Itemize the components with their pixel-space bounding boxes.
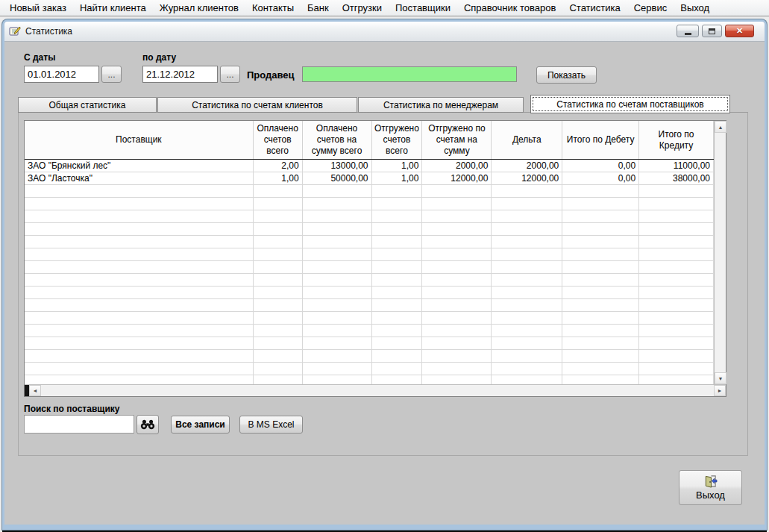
value-cell	[492, 312, 562, 325]
menu-item[interactable]: Банк	[301, 1, 336, 15]
supplier-cell	[25, 363, 254, 375]
horizontal-scrollbar[interactable]: ◄ ►	[25, 384, 726, 396]
supplier-cell	[25, 248, 254, 261]
maximize-icon	[709, 28, 715, 34]
table-row-empty	[25, 350, 714, 363]
scroll-right-icon[interactable]: ►	[714, 385, 726, 396]
value-cell	[492, 185, 562, 198]
statistics-window: Статистика ✕ С даты ... по дату ... Прод…	[2, 19, 767, 530]
hscroll-track[interactable]	[41, 385, 714, 396]
table-header-row: ПоставщикОплачено счетов всегоОплачено с…	[25, 121, 714, 160]
menu-item[interactable]: Справочник товаров	[457, 1, 563, 15]
supplier-cell	[25, 299, 254, 312]
menu-item[interactable]: Новый заказ	[3, 1, 73, 15]
date-from-input[interactable]	[24, 66, 99, 83]
date-from-picker-button[interactable]: ...	[101, 66, 122, 83]
value-cell	[372, 198, 423, 210]
value-cell	[492, 210, 562, 223]
close-button[interactable]: ✕	[725, 25, 754, 37]
value-cell	[639, 236, 714, 248]
value-cell	[254, 363, 303, 375]
table-row-empty	[25, 299, 714, 312]
value-cell	[303, 274, 372, 287]
value-cell	[372, 287, 423, 299]
exit-button-label: Выход	[696, 489, 725, 501]
value-cell	[562, 312, 639, 325]
supplier-cell	[25, 223, 254, 236]
value-cell	[303, 198, 372, 210]
menu-item[interactable]: Отгрузки	[336, 1, 389, 15]
tab-general-stats[interactable]: Общая статистика	[18, 97, 157, 113]
value-cell	[639, 261, 714, 274]
value-cell	[303, 236, 372, 248]
scroll-down-icon[interactable]: ▼	[715, 372, 726, 384]
table-row[interactable]: ЗАО "Ласточка"1,0050000,001,0012000,0012…	[25, 172, 714, 185]
value-cell	[562, 236, 639, 248]
value-cell: 0,00	[562, 160, 639, 172]
window-title: Статистика	[25, 26, 72, 37]
date-to-picker-button[interactable]: ...	[220, 66, 240, 83]
value-cell	[422, 274, 492, 287]
date-to-label: по дату	[142, 52, 176, 63]
menu-item[interactable]: Найти клиента	[73, 1, 153, 15]
value-cell	[372, 325, 423, 337]
scroll-up-icon[interactable]: ▲	[715, 121, 726, 133]
column-header: Отгружено счетов всего	[372, 121, 423, 159]
value-cell	[639, 299, 714, 312]
date-to-input[interactable]	[142, 66, 218, 83]
value-cell	[492, 337, 562, 350]
value-cell	[562, 274, 639, 287]
menu-item[interactable]: Журнал клиентов	[153, 1, 245, 15]
vertical-scrollbar[interactable]: ▲ ▼	[714, 121, 726, 384]
table-row-empty	[25, 198, 714, 210]
supplier-cell	[25, 236, 254, 248]
supplier-cell	[25, 210, 254, 223]
table-row-empty	[25, 248, 714, 261]
supplier-cell	[25, 325, 254, 337]
value-cell	[254, 274, 303, 287]
menu-item[interactable]: Поставщики	[389, 1, 457, 15]
value-cell	[303, 223, 372, 236]
menu-item[interactable]: Контакты	[245, 1, 301, 15]
supplier-cell	[25, 261, 254, 274]
value-cell	[372, 350, 423, 363]
value-cell	[303, 312, 372, 325]
table-row-empty	[25, 236, 714, 248]
tab-supplier-invoices-stats[interactable]: Статистика по счетам поставщиков	[530, 95, 730, 113]
value-cell	[254, 198, 303, 210]
menu-item[interactable]: Сервис	[627, 1, 674, 15]
value-cell	[422, 299, 492, 312]
value-cell	[422, 287, 492, 299]
title-bar[interactable]: Статистика ✕	[4, 22, 765, 42]
value-cell	[492, 248, 562, 261]
value-cell	[372, 299, 423, 312]
seller-input[interactable]	[302, 66, 517, 82]
show-button[interactable]: Показать	[536, 66, 597, 84]
value-cell: 50000,00	[303, 172, 372, 185]
tab-manager-stats[interactable]: Статистика по менеджерам	[358, 97, 524, 113]
column-header: Оплачено счетов на сумму всего	[303, 121, 372, 159]
menu-item[interactable]: Статистика	[562, 1, 627, 15]
value-cell: 2,00	[254, 160, 303, 172]
menu-item[interactable]: Выход	[674, 1, 716, 15]
value-cell	[639, 198, 714, 210]
exit-button[interactable]: Выход	[679, 470, 742, 505]
table-row[interactable]: ЗАО "Брянский лес"2,0013000,001,002000,0…	[25, 160, 714, 172]
value-cell	[492, 287, 562, 299]
value-cell	[422, 210, 492, 223]
maximize-button[interactable]	[702, 25, 722, 37]
supplier-cell	[25, 350, 254, 363]
minimize-icon	[685, 33, 691, 35]
scroll-left-icon[interactable]: ◄	[29, 385, 41, 396]
supplier-cell: ЗАО "Ласточка"	[25, 172, 254, 185]
value-cell	[492, 375, 562, 384]
value-cell: 2000,00	[422, 160, 492, 172]
column-header: Поставщик	[25, 121, 254, 159]
table-body: ПоставщикОплачено счетов всегоОплачено с…	[25, 121, 714, 384]
table-row-empty	[25, 325, 714, 337]
minimize-button[interactable]	[677, 25, 699, 37]
tab-client-invoices-stats[interactable]: Статистика по счетам клиентов	[157, 97, 357, 113]
value-cell	[562, 299, 639, 312]
value-cell	[254, 185, 303, 198]
value-cell	[303, 185, 372, 198]
